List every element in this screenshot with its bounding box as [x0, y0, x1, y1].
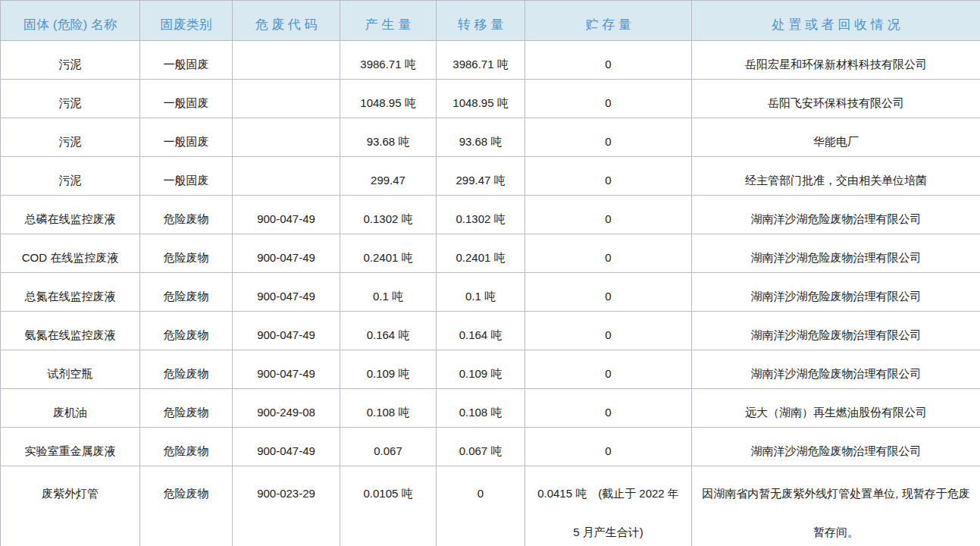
- cell-disposal: 湖南洋沙湖危险废物治理有限公司: [692, 350, 980, 389]
- cell-disposal: 因湖南省内暂无废紫外线灯管处置单位, 现暂存于危废 暂存间。: [692, 466, 980, 546]
- cell-disposal: 远大（湖南）再生燃油股份有限公司: [692, 389, 980, 428]
- cell-stored: 0: [525, 118, 692, 157]
- cell-stored: 0: [525, 389, 692, 428]
- cell-code: [233, 80, 340, 118]
- cell-disposal: 湖南洋沙湖危险废物治理有限公司: [692, 312, 980, 350]
- cell-transferred: 0.067 吨: [437, 428, 525, 466]
- cell-produced: 0.1302 吨: [340, 196, 437, 234]
- cell-stored: 0: [525, 350, 692, 389]
- cell-transferred: 0.108 吨: [437, 389, 525, 428]
- cell-name: 实验室重金属废液: [1, 428, 140, 466]
- cell-produced: 0.164 吨: [340, 312, 437, 350]
- cell-category: 一般固废: [140, 41, 233, 80]
- cell-code: 900-047-49: [233, 350, 340, 389]
- table-row: 污泥 一般固废 93.68 吨 93.68 吨 0 华能电厂: [1, 118, 980, 157]
- cell-category: 危险废物: [140, 428, 233, 466]
- cell-stored: 0.0415 吨 (截止于 2022 年 5 月产生合计): [525, 466, 692, 546]
- cell-name: 废紫外灯管: [1, 466, 140, 546]
- cell-name: 废机油: [1, 389, 140, 428]
- table-row: 试剂空瓶 危险废物 900-047-49 0.109 吨 0.109 吨 0 湖…: [1, 350, 980, 389]
- cell-code: [233, 41, 340, 80]
- table-row: 废机油 危险废物 900-249-08 0.108 吨 0.108 吨 0 远大…: [1, 389, 980, 428]
- cell-code: 900-047-49: [233, 196, 340, 234]
- cell-name: 污泥: [1, 80, 140, 118]
- header-stored: 贮 存 量: [525, 1, 692, 41]
- table-row: 污泥 一般固废 299.47 299.47 吨 0 经主管部门批准，交由相关单位…: [1, 157, 980, 196]
- cell-transferred: 3986.71 吨: [437, 41, 525, 80]
- cell-transferred: 0.164 吨: [437, 312, 525, 350]
- cell-disposal: 湖南洋沙湖危险废物治理有限公司: [692, 196, 980, 234]
- cell-code: 900-249-08: [233, 389, 340, 428]
- table-row: 总磷在线监控废液 危险废物 900-047-49 0.1302 吨 0.1302…: [1, 196, 980, 234]
- cell-stored: 0: [525, 196, 692, 234]
- cell-code: 900-047-49: [233, 428, 340, 466]
- header-produced: 产 生 量: [340, 1, 437, 41]
- table-row: 氨氮在线监控废液 危险废物 900-047-49 0.164 吨 0.164 吨…: [1, 312, 980, 350]
- cell-produced: 0.2401 吨: [340, 234, 437, 273]
- cell-produced: 0.108 吨: [340, 389, 437, 428]
- waste-table: 固体 (危险) 名称 固废类别 危 废 代 码 产 生 量 转 移 量 贮 存 …: [0, 0, 980, 546]
- cell-disposal: 岳阳宏星和环保新材料科技有限公司: [692, 41, 980, 80]
- cell-category: 危险废物: [140, 273, 233, 312]
- cell-category: 一般固废: [140, 80, 233, 118]
- cell-code: 900-023-29: [233, 466, 340, 546]
- table-row: 总氮在线监控废液 危险废物 900-047-49 0.1 吨 0.1 吨 0 湖…: [1, 273, 980, 312]
- cell-name: 污泥: [1, 157, 140, 196]
- cell-disposal: 湖南洋沙湖危险废物治理有限公司: [692, 273, 980, 312]
- header-transferred: 转 移 量: [437, 1, 525, 41]
- cell-disposal: 湖南洋沙湖危险废物治理有限公司: [692, 428, 980, 466]
- cell-category: 危险废物: [140, 196, 233, 234]
- cell-code: 900-047-49: [233, 312, 340, 350]
- cell-transferred: 0.2401 吨: [437, 234, 525, 273]
- cell-produced: 93.68 吨: [340, 118, 437, 157]
- cell-stored: 0: [525, 428, 692, 466]
- cell-stored: 0: [525, 157, 692, 196]
- cell-name: 污泥: [1, 118, 140, 157]
- cell-category: 危险废物: [140, 312, 233, 350]
- cell-transferred: 0.1 吨: [437, 273, 525, 312]
- cell-transferred: 0.1302 吨: [437, 196, 525, 234]
- cell-disposal: 湖南洋沙湖危险废物治理有限公司: [692, 234, 980, 273]
- table-row: 废紫外灯管 危险废物 900-023-29 0.0105 吨 0 0.0415 …: [1, 466, 980, 546]
- cell-name: 总氮在线监控废液: [1, 273, 140, 312]
- cell-produced: 1048.95 吨: [340, 80, 437, 118]
- table-row: COD 在线监控废液 危险废物 900-047-49 0.2401 吨 0.24…: [1, 234, 980, 273]
- cell-category: 一般固废: [140, 118, 233, 157]
- cell-name: 氨氮在线监控废液: [1, 312, 140, 350]
- cell-produced: 0.067: [340, 428, 437, 466]
- cell-name: COD 在线监控废液: [1, 234, 140, 273]
- cell-code: 900-047-49: [233, 273, 340, 312]
- cell-transferred: 93.68 吨: [437, 118, 525, 157]
- cell-category: 危险废物: [140, 234, 233, 273]
- table-row: 污泥 一般固废 1048.95 吨 1048.95 吨 0 岳阳飞安环保科技有限…: [1, 80, 980, 118]
- cell-stored: 0: [525, 273, 692, 312]
- cell-code: [233, 118, 340, 157]
- header-category: 固废类别: [140, 1, 233, 41]
- table-row: 实验室重金属废液 危险废物 900-047-49 0.067 0.067 吨 0…: [1, 428, 980, 466]
- cell-category: 危险废物: [140, 466, 233, 546]
- cell-stored: 0: [525, 234, 692, 273]
- cell-transferred: 0.109 吨: [437, 350, 525, 389]
- cell-produced: 0.0105 吨: [340, 466, 437, 546]
- cell-transferred: 1048.95 吨: [437, 80, 525, 118]
- cell-name: 试剂空瓶: [1, 350, 140, 389]
- cell-produced: 299.47: [340, 157, 437, 196]
- cell-stored: 0: [525, 312, 692, 350]
- cell-name: 总磷在线监控废液: [1, 196, 140, 234]
- table-row: 污泥 一般固废 3986.71 吨 3986.71 吨 0 岳阳宏星和环保新材料…: [1, 41, 980, 80]
- cell-name: 污泥: [1, 41, 140, 80]
- waste-disclosure-page: 固体 (危险) 名称 固废类别 危 废 代 码 产 生 量 转 移 量 贮 存 …: [0, 0, 980, 546]
- cell-disposal: 华能电厂: [692, 118, 980, 157]
- header-name: 固体 (危险) 名称: [1, 1, 140, 41]
- cell-stored: 0: [525, 41, 692, 80]
- cell-disposal: 经主管部门批准，交由相关单位培菌: [692, 157, 980, 196]
- header-row: 固体 (危险) 名称 固废类别 危 废 代 码 产 生 量 转 移 量 贮 存 …: [1, 1, 980, 41]
- cell-produced: 0.1 吨: [340, 273, 437, 312]
- header-disposal: 处 置 或 者 回 收 情 况: [692, 1, 980, 41]
- cell-category: 一般固废: [140, 157, 233, 196]
- header-code: 危 废 代 码: [233, 1, 340, 41]
- cell-stored: 0: [525, 80, 692, 118]
- cell-category: 危险废物: [140, 389, 233, 428]
- cell-code: [233, 157, 340, 196]
- cell-produced: 0.109 吨: [340, 350, 437, 389]
